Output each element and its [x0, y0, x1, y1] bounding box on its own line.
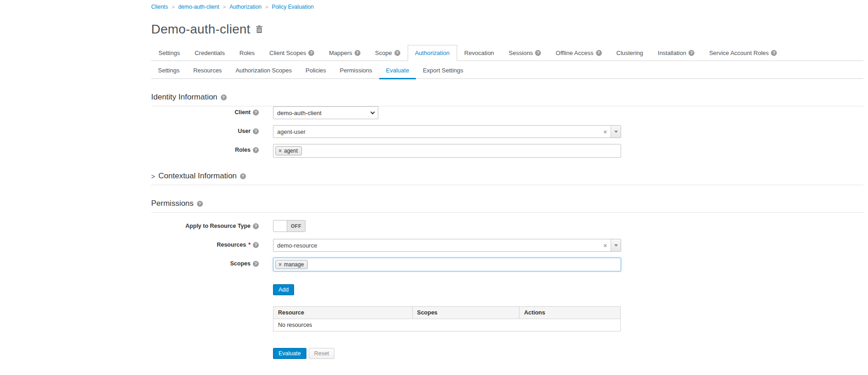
- resources-field-label: Resources * ?: [151, 239, 259, 248]
- user-field-label: User ?: [151, 125, 259, 134]
- subtab-permissions[interactable]: Permissions: [333, 63, 379, 79]
- clear-user-icon[interactable]: ×: [600, 126, 611, 138]
- user-dropdown-toggle[interactable]: [611, 126, 621, 138]
- table-row: No resources: [273, 319, 621, 331]
- identity-information-heading: Identity Information ?: [151, 93, 863, 106]
- help-icon[interactable]: ?: [253, 242, 259, 248]
- resources-combobox-value: demo-resource: [273, 239, 600, 251]
- help-icon[interactable]: ?: [197, 201, 203, 207]
- resources-combobox[interactable]: demo-resource ×: [273, 239, 621, 252]
- breadcrumb-policy-evaluation[interactable]: Policy Evaluation: [272, 4, 313, 10]
- client-tabs: Settings Credentials Roles Client Scopes…: [151, 45, 863, 61]
- tab-offline-access[interactable]: Offline Access?: [548, 45, 609, 61]
- clear-resource-icon[interactable]: ×: [600, 239, 611, 251]
- tab-label: Installation: [658, 50, 686, 56]
- caret-down-icon: [614, 131, 618, 133]
- help-icon[interactable]: ?: [253, 223, 259, 229]
- tab-authorization[interactable]: Authorization: [408, 45, 457, 61]
- tab-mappers[interactable]: Mappers?: [322, 45, 368, 61]
- table-header-row: Resource Scopes Actions: [273, 307, 621, 319]
- breadcrumb-client[interactable]: demo-auth-client: [178, 4, 219, 10]
- tab-service-account-roles[interactable]: Service Account Roles?: [702, 45, 784, 61]
- apply-to-resource-type-toggle[interactable]: OFF: [273, 220, 306, 232]
- scope-tag-manage: × manage: [275, 260, 308, 269]
- roles-field-label: Roles ?: [151, 144, 259, 153]
- help-icon[interactable]: ?: [253, 128, 259, 134]
- add-button[interactable]: Add: [273, 284, 294, 295]
- tab-label: Mappers: [329, 50, 352, 56]
- trash-icon: [256, 25, 263, 33]
- contextual-information-heading[interactable]: > Contextual Information ?: [151, 171, 863, 185]
- label-text: Apply to Resource Type: [186, 223, 251, 229]
- tab-label: Clustering: [617, 50, 644, 56]
- help-icon[interactable]: ?: [253, 110, 259, 116]
- subtab-resources[interactable]: Resources: [186, 63, 229, 79]
- tag-label: agent: [284, 148, 298, 154]
- roles-tag-input[interactable]: × agent: [273, 144, 621, 158]
- remove-tag-icon[interactable]: ×: [278, 262, 282, 267]
- required-marker: *: [248, 242, 251, 248]
- tab-label: Revocation: [464, 50, 494, 56]
- tab-label: Roles: [240, 50, 255, 56]
- empty-table-message: No resources: [273, 319, 621, 331]
- reset-button[interactable]: Reset: [309, 348, 335, 359]
- tab-clustering[interactable]: Clustering: [609, 45, 651, 61]
- label-text: Client: [235, 109, 251, 116]
- breadcrumb-authorization[interactable]: Authorization: [229, 4, 262, 10]
- tab-installation[interactable]: Installation?: [650, 45, 702, 61]
- breadcrumb-separator: >: [265, 4, 268, 10]
- chevron-down-icon: [371, 110, 375, 114]
- tab-scope[interactable]: Scope?: [368, 45, 408, 61]
- help-icon: ?: [535, 50, 541, 56]
- section-title: Contextual Information: [158, 171, 237, 181]
- tab-label: Authorization: [415, 50, 450, 56]
- caret-down-icon: [614, 244, 618, 247]
- tab-client-scopes[interactable]: Client Scopes?: [262, 45, 322, 61]
- label-text: Roles: [235, 147, 251, 153]
- evaluate-button[interactable]: Evaluate: [273, 348, 306, 359]
- label-text: User: [238, 128, 251, 134]
- tab-revocation[interactable]: Revocation: [457, 45, 502, 61]
- tab-sessions[interactable]: Sessions?: [502, 45, 549, 61]
- tab-label: Service Account Roles: [709, 50, 769, 56]
- help-icon: ?: [394, 50, 400, 56]
- apply-to-resource-type-label: Apply to Resource Type ?: [151, 220, 259, 229]
- help-icon[interactable]: ?: [221, 94, 227, 100]
- client-select[interactable]: demo-auth-client: [273, 106, 378, 119]
- label-text: Resources: [217, 242, 246, 248]
- subtab-evaluate[interactable]: Evaluate: [379, 63, 416, 79]
- subtab-policies[interactable]: Policies: [299, 63, 333, 79]
- user-combobox[interactable]: agent-user ×: [273, 125, 621, 138]
- client-select-value: demo-auth-client: [277, 110, 322, 116]
- user-combobox-value: agent-user: [273, 126, 600, 138]
- help-icon[interactable]: ?: [240, 173, 246, 179]
- subtab-settings[interactable]: Settings: [151, 63, 186, 79]
- tab-settings[interactable]: Settings: [151, 45, 187, 61]
- breadcrumb: Clients > demo-auth-client > Authorizati…: [151, 4, 863, 10]
- tab-label: Offline Access: [556, 50, 593, 56]
- help-icon: ?: [355, 50, 360, 56]
- scopes-field-label: Scopes ?: [151, 258, 259, 267]
- label-text: Scopes: [230, 260, 251, 267]
- delete-client-icon[interactable]: [256, 25, 263, 33]
- help-icon: ?: [596, 50, 602, 56]
- resources-dropdown-toggle[interactable]: [611, 239, 621, 251]
- scopes-tag-input[interactable]: × manage: [273, 258, 621, 271]
- subtab-authorization-scopes[interactable]: Authorization Scopes: [229, 63, 299, 79]
- toggle-state-label: OFF: [287, 221, 305, 232]
- breadcrumb-separator: >: [223, 4, 226, 10]
- subtab-export-settings[interactable]: Export Settings: [416, 63, 470, 79]
- section-title: Permissions: [151, 199, 194, 208]
- help-icon[interactable]: ?: [253, 261, 259, 267]
- client-field-label: Client ?: [151, 106, 259, 116]
- chevron-right-icon: >: [151, 172, 155, 180]
- role-tag-agent: × agent: [275, 146, 302, 155]
- breadcrumb-clients[interactable]: Clients: [151, 4, 168, 10]
- tab-label: Sessions: [509, 50, 533, 56]
- help-icon[interactable]: ?: [253, 147, 259, 153]
- breadcrumb-separator: >: [172, 4, 175, 10]
- remove-tag-icon[interactable]: ×: [278, 148, 282, 154]
- section-title: Identity Information: [151, 93, 218, 102]
- tab-credentials[interactable]: Credentials: [187, 45, 232, 61]
- tab-roles[interactable]: Roles: [232, 45, 262, 61]
